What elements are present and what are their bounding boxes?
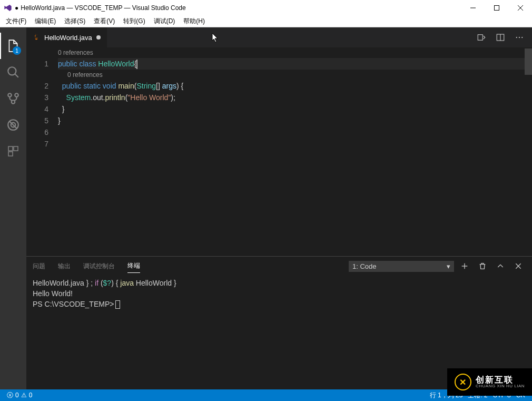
vscode-icon [3,3,13,13]
svg-rect-1 [494,6,499,11]
minimize-button[interactable] [461,0,485,16]
watermark-cn: 创新互联 [476,376,525,384]
linenum: 2 [26,80,48,92]
code-line: public class HelloWorld{ [58,58,525,70]
tab-label: HelloWorld.java [44,34,92,42]
watermark-en: CHUANG XIN HU LIAN [476,384,525,388]
activity-extensions[interactable] [0,138,26,164]
panel-tabs: 问题 输出 调试控制台 终端 1: Code▾ [26,257,532,276]
maximize-button[interactable] [485,0,508,16]
codelens-refs[interactable]: 0 references [58,47,525,58]
close-button[interactable] [508,0,532,16]
svg-point-19 [521,37,523,38]
activity-search[interactable] [0,59,26,85]
linenum: 3 [26,92,48,103]
menu-debug[interactable]: 调试(D) [150,16,180,27]
panel-tab-output[interactable]: 输出 [58,260,71,273]
svg-point-7 [15,93,18,97]
maximize-panel-button[interactable] [493,259,508,273]
menu-selection[interactable]: 选择(S) [60,16,90,27]
panel-tab-problems[interactable]: 问题 [33,260,45,273]
code-line: public static void main(String[] args) { [58,80,525,92]
terminal-selector[interactable]: 1: Code▾ [349,261,454,272]
linenum: 5 [26,115,48,126]
menu-view[interactable]: 查看(V) [90,16,119,27]
svg-point-4 [8,67,16,75]
menu-help[interactable]: 帮助(H) [179,16,209,27]
java-file-icon [33,33,40,42]
panel-tab-terminal[interactable]: 终端 [127,259,140,273]
linenum: 7 [26,138,48,150]
status-errors[interactable]: ⓧ 0 ⚠ 0 [4,391,35,400]
menu-edit[interactable]: 编辑(E) [31,16,60,27]
line-gutter: 1 2 3 4 5 6 7 [26,47,58,256]
split-editor-button[interactable] [493,30,508,45]
code-line: } [58,115,525,126]
window-title: HelloWorld.java — VSCODE_TEMP — Visual S… [21,4,185,12]
workbench: 1 HelloWorld.java [0,27,532,389]
editor-tabs: HelloWorld.java [26,27,532,47]
svg-line-5 [15,74,18,77]
code-line [58,138,525,150]
watermark: ✕ 创新互联 CHUANG XIN HU LIAN [447,368,532,396]
svg-rect-14 [478,35,482,41]
menubar: 文件(F) 编辑(E) 选择(S) 查看(V) 转到(G) 调试(D) 帮助(H… [0,16,532,27]
code-line: System.out.println("Hello World"); [58,92,525,103]
menu-file[interactable]: 文件(F) [2,16,31,27]
tab-helloworld[interactable]: HelloWorld.java [26,27,107,47]
linenum: 1 [26,58,48,70]
activitybar: 1 [0,27,26,389]
activity-explorer[interactable]: 1 [0,33,26,59]
close-panel-button[interactable] [511,259,526,273]
svg-point-6 [8,93,12,97]
svg-rect-12 [14,146,18,151]
warning-icon: ⚠ [21,392,27,399]
kill-terminal-button[interactable] [475,259,490,273]
error-icon: ⓧ [7,391,13,400]
activity-debug[interactable] [0,112,26,138]
menu-go[interactable]: 转到(G) [119,16,149,27]
dirty-indicator-icon [96,35,101,40]
code-line: } [58,103,525,115]
panel-tab-debug-console[interactable]: 调试控制台 [83,260,115,273]
svg-rect-11 [8,146,13,151]
editor-group: HelloWorld.java 1 2 3 4 5 6 7 [26,27,532,389]
new-terminal-button[interactable] [457,259,472,273]
explorer-badge: 1 [13,46,21,55]
svg-rect-13 [8,152,13,156]
watermark-logo-icon: ✕ [455,374,471,390]
activity-scm[interactable] [0,85,26,112]
terminal-line: HelloWorld.java } ; if ($?) { java Hello… [33,278,526,288]
more-actions-button[interactable] [512,30,527,45]
linenum: 4 [26,103,48,115]
titlebar: ● HelloWorld.java — VSCODE_TEMP — Visual… [0,0,532,16]
compare-changes-button[interactable] [474,30,489,45]
svg-point-18 [519,37,520,38]
terminal-cursor-icon [115,300,120,309]
code-line [58,126,525,138]
vertical-scrollbar[interactable] [525,47,532,256]
code-editor[interactable]: 1 2 3 4 5 6 7 0 references public class … [26,47,532,256]
title-dirty-dot: ● [15,4,18,12]
svg-point-17 [516,37,517,38]
terminal-line: PS C:\VSCODE_TEMP> [33,299,526,309]
linenum: 6 [26,126,48,138]
codelens-refs[interactable]: 0 references [58,70,525,80]
code-content: 0 references public class HelloWorld{ 0 … [58,47,525,256]
terminal-line: Hello World! [33,288,526,299]
